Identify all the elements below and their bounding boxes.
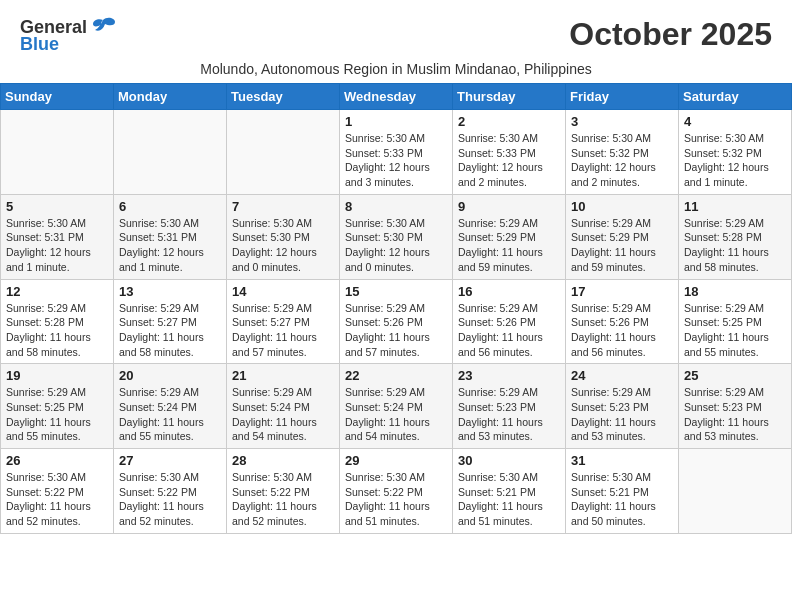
day-info: Sunrise: 5:29 AMSunset: 5:29 PMDaylight:… (571, 216, 673, 275)
day-number: 25 (684, 368, 786, 383)
logo-bird-icon (89, 16, 117, 38)
calendar-day-cell: 16Sunrise: 5:29 AMSunset: 5:26 PMDayligh… (453, 279, 566, 364)
day-number: 14 (232, 284, 334, 299)
day-number: 21 (232, 368, 334, 383)
day-info: Sunrise: 5:29 AMSunset: 5:27 PMDaylight:… (119, 301, 221, 360)
day-number: 16 (458, 284, 560, 299)
day-info: Sunrise: 5:30 AMSunset: 5:22 PMDaylight:… (345, 470, 447, 529)
day-info: Sunrise: 5:29 AMSunset: 5:24 PMDaylight:… (345, 385, 447, 444)
calendar-week-row: 12Sunrise: 5:29 AMSunset: 5:28 PMDayligh… (1, 279, 792, 364)
day-number: 3 (571, 114, 673, 129)
weekday-header-friday: Friday (566, 84, 679, 110)
day-info: Sunrise: 5:30 AMSunset: 5:30 PMDaylight:… (345, 216, 447, 275)
weekday-header-tuesday: Tuesday (227, 84, 340, 110)
calendar-day-cell: 8Sunrise: 5:30 AMSunset: 5:30 PMDaylight… (340, 194, 453, 279)
calendar-week-row: 26Sunrise: 5:30 AMSunset: 5:22 PMDayligh… (1, 449, 792, 534)
day-info: Sunrise: 5:30 AMSunset: 5:21 PMDaylight:… (458, 470, 560, 529)
day-number: 27 (119, 453, 221, 468)
calendar-day-cell: 14Sunrise: 5:29 AMSunset: 5:27 PMDayligh… (227, 279, 340, 364)
day-number: 1 (345, 114, 447, 129)
calendar-day-cell: 28Sunrise: 5:30 AMSunset: 5:22 PMDayligh… (227, 449, 340, 534)
day-info: Sunrise: 5:30 AMSunset: 5:33 PMDaylight:… (345, 131, 447, 190)
day-info: Sunrise: 5:30 AMSunset: 5:21 PMDaylight:… (571, 470, 673, 529)
calendar-day-cell: 30Sunrise: 5:30 AMSunset: 5:21 PMDayligh… (453, 449, 566, 534)
weekday-header-sunday: Sunday (1, 84, 114, 110)
subtitle: Molundo, Autonomous Region in Muslim Min… (0, 59, 792, 83)
weekday-header-thursday: Thursday (453, 84, 566, 110)
day-info: Sunrise: 5:30 AMSunset: 5:30 PMDaylight:… (232, 216, 334, 275)
calendar-week-row: 1Sunrise: 5:30 AMSunset: 5:33 PMDaylight… (1, 110, 792, 195)
calendar-day-cell (679, 449, 792, 534)
day-info: Sunrise: 5:29 AMSunset: 5:25 PMDaylight:… (6, 385, 108, 444)
day-number: 12 (6, 284, 108, 299)
calendar-day-cell: 2Sunrise: 5:30 AMSunset: 5:33 PMDaylight… (453, 110, 566, 195)
calendar-table: SundayMondayTuesdayWednesdayThursdayFrid… (0, 83, 792, 534)
calendar-day-cell: 27Sunrise: 5:30 AMSunset: 5:22 PMDayligh… (114, 449, 227, 534)
calendar-day-cell: 6Sunrise: 5:30 AMSunset: 5:31 PMDaylight… (114, 194, 227, 279)
day-number: 8 (345, 199, 447, 214)
calendar-day-cell: 31Sunrise: 5:30 AMSunset: 5:21 PMDayligh… (566, 449, 679, 534)
day-number: 22 (345, 368, 447, 383)
calendar-day-cell: 18Sunrise: 5:29 AMSunset: 5:25 PMDayligh… (679, 279, 792, 364)
day-number: 23 (458, 368, 560, 383)
day-number: 15 (345, 284, 447, 299)
day-number: 26 (6, 453, 108, 468)
calendar-day-cell: 3Sunrise: 5:30 AMSunset: 5:32 PMDaylight… (566, 110, 679, 195)
day-info: Sunrise: 5:29 AMSunset: 5:23 PMDaylight:… (458, 385, 560, 444)
day-number: 6 (119, 199, 221, 214)
day-info: Sunrise: 5:29 AMSunset: 5:29 PMDaylight:… (458, 216, 560, 275)
day-info: Sunrise: 5:30 AMSunset: 5:22 PMDaylight:… (119, 470, 221, 529)
day-number: 9 (458, 199, 560, 214)
day-number: 28 (232, 453, 334, 468)
day-info: Sunrise: 5:30 AMSunset: 5:22 PMDaylight:… (6, 470, 108, 529)
day-number: 11 (684, 199, 786, 214)
calendar-day-cell: 4Sunrise: 5:30 AMSunset: 5:32 PMDaylight… (679, 110, 792, 195)
day-number: 2 (458, 114, 560, 129)
day-number: 24 (571, 368, 673, 383)
day-info: Sunrise: 5:29 AMSunset: 5:28 PMDaylight:… (6, 301, 108, 360)
day-info: Sunrise: 5:30 AMSunset: 5:31 PMDaylight:… (6, 216, 108, 275)
calendar-day-cell: 19Sunrise: 5:29 AMSunset: 5:25 PMDayligh… (1, 364, 114, 449)
day-info: Sunrise: 5:30 AMSunset: 5:22 PMDaylight:… (232, 470, 334, 529)
calendar-day-cell (227, 110, 340, 195)
day-number: 19 (6, 368, 108, 383)
day-info: Sunrise: 5:30 AMSunset: 5:31 PMDaylight:… (119, 216, 221, 275)
page-header: General Blue October 2025 (0, 0, 792, 59)
logo: General Blue (20, 16, 117, 55)
day-info: Sunrise: 5:29 AMSunset: 5:26 PMDaylight:… (458, 301, 560, 360)
day-info: Sunrise: 5:29 AMSunset: 5:25 PMDaylight:… (684, 301, 786, 360)
calendar-day-cell: 13Sunrise: 5:29 AMSunset: 5:27 PMDayligh… (114, 279, 227, 364)
calendar-day-cell: 12Sunrise: 5:29 AMSunset: 5:28 PMDayligh… (1, 279, 114, 364)
day-number: 30 (458, 453, 560, 468)
calendar-week-row: 5Sunrise: 5:30 AMSunset: 5:31 PMDaylight… (1, 194, 792, 279)
day-number: 29 (345, 453, 447, 468)
calendar-day-cell: 29Sunrise: 5:30 AMSunset: 5:22 PMDayligh… (340, 449, 453, 534)
calendar-day-cell: 22Sunrise: 5:29 AMSunset: 5:24 PMDayligh… (340, 364, 453, 449)
day-number: 20 (119, 368, 221, 383)
calendar-day-cell: 25Sunrise: 5:29 AMSunset: 5:23 PMDayligh… (679, 364, 792, 449)
day-number: 13 (119, 284, 221, 299)
calendar-day-cell: 9Sunrise: 5:29 AMSunset: 5:29 PMDaylight… (453, 194, 566, 279)
calendar-day-cell: 24Sunrise: 5:29 AMSunset: 5:23 PMDayligh… (566, 364, 679, 449)
weekday-header-saturday: Saturday (679, 84, 792, 110)
calendar-day-cell (114, 110, 227, 195)
calendar-week-row: 19Sunrise: 5:29 AMSunset: 5:25 PMDayligh… (1, 364, 792, 449)
calendar-day-cell: 7Sunrise: 5:30 AMSunset: 5:30 PMDaylight… (227, 194, 340, 279)
calendar-day-cell: 17Sunrise: 5:29 AMSunset: 5:26 PMDayligh… (566, 279, 679, 364)
weekday-header-monday: Monday (114, 84, 227, 110)
day-number: 7 (232, 199, 334, 214)
month-title: October 2025 (117, 16, 772, 53)
logo-text-blue: Blue (20, 34, 59, 55)
calendar-day-cell: 10Sunrise: 5:29 AMSunset: 5:29 PMDayligh… (566, 194, 679, 279)
day-info: Sunrise: 5:29 AMSunset: 5:24 PMDaylight:… (232, 385, 334, 444)
day-info: Sunrise: 5:29 AMSunset: 5:23 PMDaylight:… (571, 385, 673, 444)
calendar-day-cell: 20Sunrise: 5:29 AMSunset: 5:24 PMDayligh… (114, 364, 227, 449)
day-info: Sunrise: 5:29 AMSunset: 5:23 PMDaylight:… (684, 385, 786, 444)
calendar-day-cell: 15Sunrise: 5:29 AMSunset: 5:26 PMDayligh… (340, 279, 453, 364)
calendar-day-cell: 5Sunrise: 5:30 AMSunset: 5:31 PMDaylight… (1, 194, 114, 279)
calendar-day-cell: 21Sunrise: 5:29 AMSunset: 5:24 PMDayligh… (227, 364, 340, 449)
day-info: Sunrise: 5:29 AMSunset: 5:26 PMDaylight:… (571, 301, 673, 360)
day-number: 5 (6, 199, 108, 214)
day-info: Sunrise: 5:29 AMSunset: 5:24 PMDaylight:… (119, 385, 221, 444)
day-number: 18 (684, 284, 786, 299)
